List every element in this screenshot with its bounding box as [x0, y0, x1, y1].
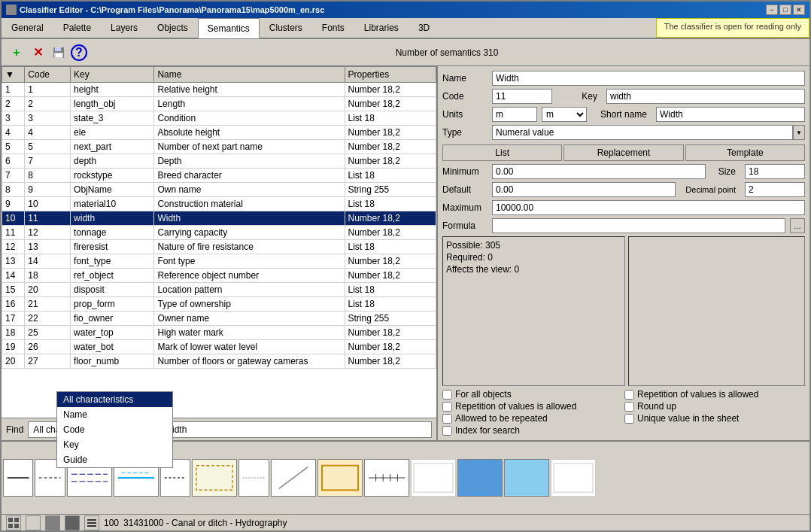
svg-rect-29	[87, 522, 96, 524]
table-row[interactable]: 7 8 rockstype Breed character List 18	[2, 169, 436, 183]
dropdown-item-name[interactable]: Name	[57, 407, 172, 422]
tab-general[interactable]: General	[2, 18, 53, 38]
default-input[interactable]	[492, 182, 676, 197]
table-row[interactable]: 1 1 height Relative height Number 18,2	[2, 83, 436, 97]
for-all-checkbox[interactable]	[442, 390, 452, 400]
dropdown-item-code[interactable]: Code	[57, 422, 172, 437]
replacement-button[interactable]: Replacement	[563, 144, 683, 161]
short-name-input[interactable]	[656, 107, 805, 122]
layer-icon[interactable]	[84, 515, 99, 530]
code-input[interactable]	[492, 89, 552, 104]
save-button[interactable]	[50, 44, 68, 62]
table-row[interactable]: 17 22 fio_owner Owner name String 255	[2, 312, 436, 326]
grid-icon[interactable]	[6, 515, 21, 530]
symbol-item[interactable]	[3, 459, 33, 497]
round-up-label: Round up	[637, 401, 676, 412]
semantics-table[interactable]: ▼ Code Key Name Properties 1 1 height Re…	[2, 66, 436, 418]
type-dropdown-btn[interactable]: ▼	[793, 125, 805, 140]
dropdown-item-all[interactable]: All characteristics	[57, 392, 172, 407]
tab-palette[interactable]: Palette	[53, 18, 101, 38]
symbol-item[interactable]	[317, 459, 363, 497]
units-input[interactable]	[492, 107, 537, 122]
table-row[interactable]: 3 3 state_3 Condition List 18	[2, 111, 436, 126]
minimize-button[interactable]: −	[766, 5, 778, 15]
round-up-checkbox[interactable]	[624, 402, 634, 412]
tab-libraries[interactable]: Libraries	[354, 18, 409, 38]
repetition-checkbox[interactable]	[624, 390, 634, 400]
formula-input[interactable]	[492, 218, 785, 233]
table-row[interactable]: 15 20 disposit Location pattern List 18	[2, 283, 436, 297]
table-row[interactable]: 18 25 water_top High water mark Number 1…	[2, 326, 436, 340]
icon-2[interactable]	[26, 515, 41, 530]
table-row[interactable]: 11 12 tonnage Carrying capacity Number 1…	[2, 226, 436, 240]
list-button[interactable]: List	[442, 144, 562, 161]
table-row[interactable]: 5 5 next_part Number of next part name N…	[2, 140, 436, 154]
add-button[interactable]: +	[8, 44, 26, 62]
tab-semantics[interactable]: Semantics	[198, 18, 260, 38]
close-button[interactable]: ✕	[793, 5, 805, 15]
table-row[interactable]: 8 9 ObjName Own name String 255	[2, 183, 436, 197]
name-label: Name	[442, 73, 488, 84]
formula-browse-button[interactable]: …	[790, 218, 805, 233]
type-input[interactable]	[492, 125, 793, 140]
bottom-status: 100 31431000 - Canal or ditch - Hydrogra…	[2, 514, 809, 530]
col-header-props[interactable]: Properties	[345, 67, 436, 83]
template-button[interactable]: Template	[685, 144, 805, 161]
symbol-item[interactable]	[271, 459, 316, 497]
table-row[interactable]: 2 2 length_obj Length Number 18,2	[2, 97, 436, 111]
delete-button[interactable]: ✕	[29, 44, 47, 62]
col-header-name[interactable]: Name	[154, 67, 345, 83]
name-input[interactable]	[492, 71, 805, 86]
dropdown-item-guide[interactable]: Guide	[57, 452, 172, 467]
tab-objects[interactable]: Objects	[147, 18, 198, 38]
row-name: Number of next part name	[154, 140, 345, 154]
maximum-input[interactable]	[492, 200, 805, 215]
units-select[interactable]: m	[542, 107, 587, 122]
icon-4[interactable]	[65, 515, 80, 530]
formula-label: Formula	[442, 220, 488, 231]
table-row[interactable]: 16 21 prop_form Type of ownership List 1…	[2, 297, 436, 312]
key-input[interactable]	[606, 89, 805, 104]
table-row[interactable]: 14 18 ref_object Reference object number…	[2, 269, 436, 283]
tab-3d[interactable]: 3D	[409, 18, 439, 38]
svg-rect-11	[196, 466, 232, 491]
symbol-item[interactable]	[504, 459, 549, 497]
col-header-num[interactable]: ▼	[2, 67, 25, 83]
row-key: prop_form	[71, 297, 154, 312]
table-row[interactable]: 4 4 ele Absolute height Number 18,2	[2, 126, 436, 140]
allowed-repeated-checkbox[interactable]	[442, 414, 452, 424]
symbol-item[interactable]	[551, 459, 596, 497]
row-name: Construction material	[154, 197, 345, 211]
dropdown-item-key[interactable]: Key	[57, 437, 172, 452]
maximize-button[interactable]: □	[779, 5, 791, 15]
table-row[interactable]: 12 13 fireresist Nature of fire resistan…	[2, 240, 436, 254]
table-row[interactable]: 19 26 water_bot Mark of lower water leve…	[2, 340, 436, 354]
row-key: next_part	[71, 140, 154, 154]
symbol-item[interactable]	[457, 459, 503, 497]
not-editing-checkbox[interactable]	[442, 402, 452, 412]
tab-layers[interactable]: Layers	[101, 18, 147, 38]
col-header-code[interactable]: Code	[25, 67, 71, 83]
stats-area: Possible: 305 Required: 0 Affects the vi…	[442, 236, 805, 386]
row-name: Font type	[154, 254, 345, 269]
minimum-input[interactable]	[492, 164, 706, 179]
find-input[interactable]	[162, 421, 432, 438]
size-input[interactable]	[745, 164, 805, 179]
symbol-item[interactable]	[192, 459, 237, 497]
symbol-item[interactable]	[411, 459, 456, 497]
unique-value-checkbox[interactable]	[624, 414, 634, 424]
icon-3[interactable]	[45, 515, 60, 530]
table-row[interactable]: 10 11 width Width Number 18,2	[2, 211, 436, 226]
table-row[interactable]: 6 7 depth Depth Number 18,2	[2, 154, 436, 169]
tab-fonts[interactable]: Fonts	[312, 18, 354, 38]
col-header-key[interactable]: Key	[71, 67, 154, 83]
symbol-item[interactable]	[364, 459, 409, 497]
table-row[interactable]: 9 10 material10 Construction material Li…	[2, 197, 436, 211]
table-row[interactable]: 13 14 font_type Font type Number 18,2	[2, 254, 436, 269]
symbol-item[interactable]	[238, 459, 269, 497]
decimal-input[interactable]	[745, 182, 805, 197]
help-button[interactable]: ?	[71, 44, 87, 61]
table-row[interactable]: 20 27 floor_numb Number of floors or gat…	[2, 354, 436, 369]
tab-clusters[interactable]: Clusters	[260, 18, 312, 38]
index-search-checkbox[interactable]	[442, 426, 452, 436]
